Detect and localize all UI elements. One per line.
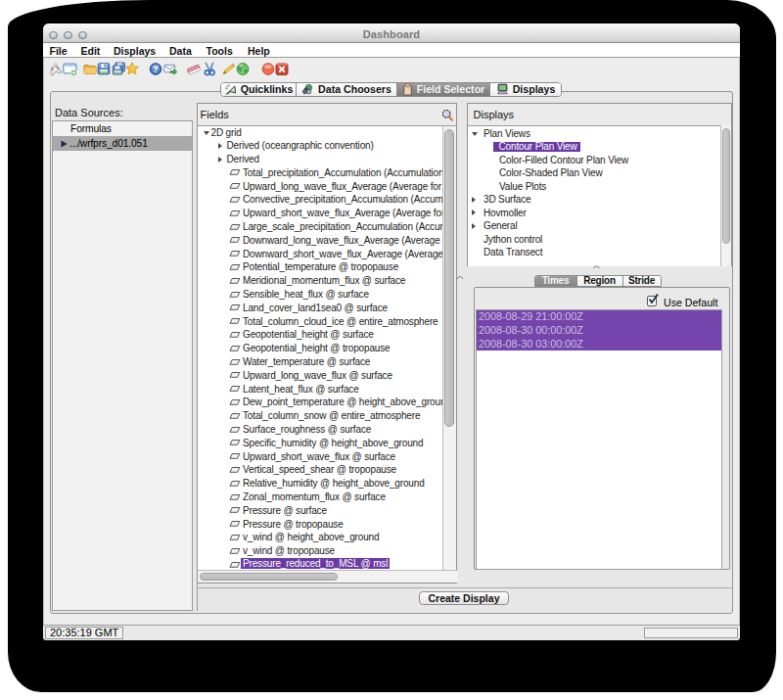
svg-text:?: ?	[154, 64, 159, 73]
